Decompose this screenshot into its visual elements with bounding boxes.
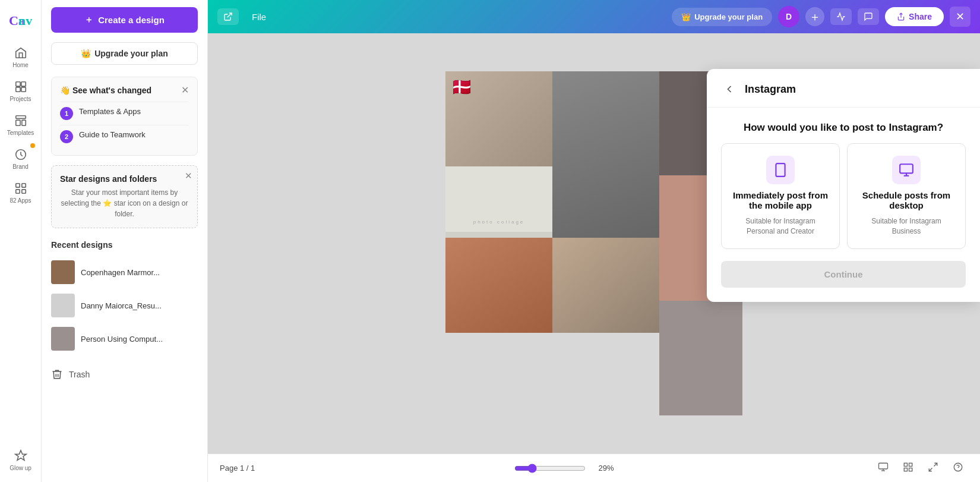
canva-logo[interactable]: Ca nv [2,5,40,38]
photo-label: photo collage [473,219,525,225]
sidebar-apps-label: 82 Apps [10,197,31,204]
svg-rect-24 [904,463,907,466]
modal-title: Instagram [745,83,796,96]
star-designs-close-button[interactable]: ✕ [185,171,192,181]
photo-2 [552,71,659,238]
star-designs-text: Star your most important items by select… [60,187,189,219]
comment-icon [864,12,873,21]
photo-4 [445,238,552,333]
instagram-modal: Instagram How would you like to post to … [707,69,980,302]
crown-toolbar-icon: 👑 [681,12,691,21]
sidebar-item-home[interactable]: Home [0,40,41,74]
create-design-label: Create a design [98,15,165,25]
whats-changed-close-button[interactable]: ✕ [181,84,189,96]
upgrade-plan-toolbar-label: Upgrade your plan [694,12,763,21]
recent-section: Recent designs Copenhagen Marmor... Dann… [42,233,207,363]
sidebar-item-templates[interactable]: Templates [0,108,41,142]
recent-item-1[interactable]: Danny Maiorca_Resu... [51,289,198,322]
help-icon [953,462,963,472]
svg-rect-27 [909,468,912,471]
recent-name-1: Danny Maiorca_Resu... [81,301,162,310]
fullscreen-button[interactable] [923,459,943,477]
recent-thumb-0 [51,260,75,284]
sidebar-brand-label: Brand [12,163,29,170]
option-mobile-subtitle: Suitable for Instagram Personal and Crea… [731,216,830,237]
svg-rect-7 [15,120,20,125]
notice-item-2[interactable]: 2 Guide to Teamwork [60,125,189,148]
canvas-wrapper: 🇩🇰 photo collage [208,33,980,453]
modal-options: Immediately post from the mobile app Sui… [707,143,980,261]
grid-view-button[interactable] [898,459,918,477]
desktop-view-icon [878,462,889,472]
trash-item[interactable]: Trash [42,363,207,386]
svg-line-29 [929,468,932,471]
option-desktop-subtitle: Suitable for Instagram Business [857,216,956,237]
zoom-controls: 29% [514,464,614,473]
zoom-slider[interactable] [514,464,586,473]
analytics-button[interactable] [830,8,852,25]
sidebar-item-apps[interactable]: 82 Apps [0,176,41,210]
star-designs-title: Star designs and folders [60,174,189,184]
modal-header: Instagram [707,69,980,108]
page-indicator: Page 1 / 1 [220,464,255,472]
recent-item-2[interactable]: Person Using Comput... [51,322,198,355]
notice-text-2: Guide to Teamwork [79,130,146,139]
trash-label: Trash [69,370,90,379]
svg-rect-3 [21,82,25,86]
share-icon [897,12,905,21]
analytics-icon [836,12,846,21]
back-arrow-icon [723,83,735,95]
upgrade-plan-button[interactable]: 👑 Upgrade your plan [51,42,198,65]
option-desktop-title: Schedule posts from desktop [857,190,956,210]
user-avatar[interactable]: D [778,6,799,27]
share-button[interactable]: Share [885,7,944,26]
zoom-percentage: 29% [590,464,614,472]
recent-title: Recent designs [51,240,198,250]
mobile-option-icon [766,156,795,184]
add-collaborator-button[interactable]: ＋ [805,7,824,26]
modal-continue-button[interactable]: Continue [721,261,966,288]
create-design-button[interactable]: ＋ Create a design [51,7,198,33]
option-card-mobile[interactable]: Immediately post from the mobile app Sui… [721,143,840,249]
sidebar-item-projects[interactable]: Projects [0,74,41,108]
file-button[interactable]: File [246,8,272,26]
toolbar-right: 👑 Upgrade your plan D ＋ Share ✕ [672,6,970,27]
star-designs-panel: ✕ Star designs and folders Star your mos… [51,165,198,228]
external-link-icon [223,12,233,21]
modal-back-button[interactable] [721,81,738,97]
desktop-view-button[interactable] [873,459,893,477]
notice-num-1: 1 [60,107,73,120]
sidebar-dreamlab-label: Glow up [10,465,31,471]
svg-text:nv: nv [18,13,32,28]
photo-3: photo collage [445,166,552,238]
svg-line-14 [227,13,232,17]
sidebar-item-dreamlab[interactable]: Glow up [0,443,41,477]
photo-5 [552,238,659,333]
help-button[interactable] [948,459,968,477]
recent-name-2: Person Using Comput... [81,335,163,344]
close-top-button[interactable]: ✕ [950,7,970,27]
svg-rect-21 [879,463,888,469]
recent-thumb-1 [51,294,75,317]
right-strip-3 [659,301,742,415]
notice-item-1[interactable]: 1 Templates & Apps [60,102,189,125]
external-link-button[interactable] [217,8,239,25]
recent-item-0[interactable]: Copenhagen Marmor... [51,256,198,289]
upgrade-plan-toolbar-button[interactable]: 👑 Upgrade your plan [672,8,772,26]
sidebar-home-label: Home [12,62,29,68]
modal-question: How would you like to post to Instagram? [707,108,980,143]
option-mobile-title: Immediately post from the mobile app [731,190,830,210]
whats-changed-panel: 👋 See what's changed ✕ 1 Templates & App… [51,77,198,156]
svg-rect-6 [15,116,26,119]
continue-label: Continue [824,269,863,279]
sidebar-item-brand[interactable]: Brand [0,142,41,176]
notice-text-1: Templates & Apps [79,107,141,116]
whats-changed-header: 👋 See what's changed ✕ [60,84,189,96]
fullscreen-icon [928,462,938,472]
comments-button[interactable] [858,8,879,25]
left-panel: ＋ Create a design 👑 Upgrade your plan 👋 … [42,0,208,482]
share-label: Share [909,12,932,21]
icon-sidebar: Ca nv Home Projects Templates Brand 82 A… [0,0,42,482]
desktop-icon [899,162,914,178]
option-card-desktop[interactable]: Schedule posts from desktop Suitable for… [847,143,966,249]
